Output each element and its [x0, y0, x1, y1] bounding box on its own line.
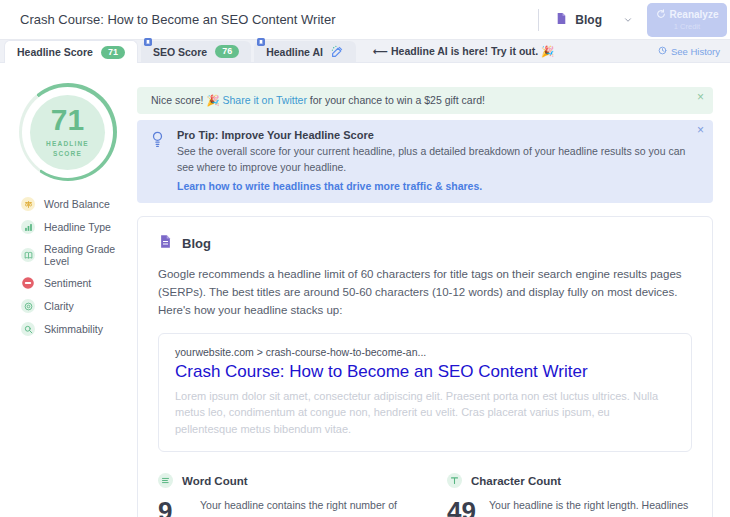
- serp-title: Crash Course: How to Become an SEO Conte…: [175, 362, 675, 382]
- character-count-value: 49: [447, 498, 489, 517]
- seo-score-badge: 76: [215, 45, 239, 58]
- sidebar-item-label: Headline Type: [44, 221, 111, 233]
- score-criteria-list: Word Balance Headline Type Reading Grade…: [0, 197, 135, 336]
- sidebar-item-label: Skimmability: [44, 323, 103, 335]
- book-icon: [21, 248, 35, 262]
- word-count-section: Word Count 9 Your headline contains the …: [158, 473, 403, 517]
- content-type-label: Blog: [575, 13, 602, 27]
- serp-intro-text: Google recommends a headline limit of 60…: [158, 265, 692, 320]
- score-tabs-bar: Headline Score 71 SEO Score 76 Headline …: [0, 40, 730, 63]
- nice-score-text: Nice score! 🎉: [151, 94, 222, 106]
- headline-score-badge: 71: [101, 46, 125, 59]
- clock-icon: [658, 46, 667, 57]
- pro-tip-body: See the overall score for your current h…: [177, 144, 687, 176]
- tab-headline-score-label: Headline Score: [17, 46, 93, 58]
- sidebar-item-sentiment[interactable]: Sentiment: [21, 276, 135, 290]
- results-card: Blog Google recommends a headline limit …: [137, 216, 713, 517]
- section-title: Blog: [182, 236, 211, 251]
- reanalyze-button[interactable]: Reanalyze 1 Credit: [647, 3, 727, 37]
- balance-icon: [21, 197, 35, 211]
- reanalyze-credit-label: 1 Credit: [674, 22, 700, 31]
- main-column: Nice score! 🎉 Share it on Twitter for yo…: [135, 63, 730, 517]
- headline-input[interactable]: [20, 12, 534, 27]
- serp-description: Lorem ipsum dolor sit amet, consectetur …: [175, 388, 675, 438]
- close-icon[interactable]: ×: [697, 91, 704, 103]
- headline-score-label: HEADLINE SCORE: [39, 139, 97, 159]
- see-history-link[interactable]: See History: [658, 46, 720, 57]
- character-count-text: Your headline is the right length. Headl…: [489, 498, 692, 517]
- tab-seo-score-label: SEO Score: [153, 46, 207, 58]
- word-count-header: Word Count: [158, 473, 403, 488]
- nice-score-banner: Nice score! 🎉 Share it on Twitter for yo…: [137, 87, 713, 114]
- character-count-title: Character Count: [471, 475, 561, 487]
- headline-ai-callout: ⟵ Headline AI is here! Try it out. 🎉: [373, 45, 554, 58]
- magnifier-icon: [21, 322, 35, 336]
- sidebar-item-label: Clarity: [44, 300, 74, 312]
- letter-t-icon: [447, 473, 462, 488]
- count-sections: Word Count 9 Your headline contains the …: [158, 473, 692, 517]
- pro-tip-learn-link[interactable]: Learn how to write headlines that drive …: [177, 180, 482, 192]
- sidebar-item-label: Word Balance: [44, 198, 110, 210]
- new-feature-bookmark-icon: [257, 38, 265, 46]
- sidebar-item-skimmability[interactable]: Skimmability: [21, 322, 135, 336]
- lightbulb-icon: [151, 131, 164, 152]
- score-sidebar: 71 HEADLINE SCORE Word Balance Headline …: [0, 63, 135, 517]
- neutral-face-icon: [21, 276, 35, 290]
- pro-tip-banner: Pro Tip: Improve Your Headline Score See…: [137, 120, 713, 203]
- sidebar-item-label: Reading Grade Level: [44, 243, 135, 267]
- list-lines-icon: [158, 473, 173, 488]
- sidebar-item-headline-type[interactable]: Headline Type: [21, 220, 135, 234]
- nice-score-suffix: for your chance to win a $25 gift card!: [307, 94, 485, 106]
- tab-headline-ai-label: Headline AI: [266, 46, 323, 58]
- close-icon[interactable]: ×: [697, 124, 704, 136]
- share-twitter-link[interactable]: Share it on Twitter: [222, 94, 306, 106]
- blog-document-icon: [555, 12, 568, 28]
- character-count-header: Character Count: [447, 473, 692, 488]
- serp-url: yourwebsite.com > crash-course-how-to-be…: [175, 346, 675, 358]
- sidebar-item-reading-grade-level[interactable]: Reading Grade Level: [21, 243, 135, 267]
- headline-score-gauge: 71 HEADLINE SCORE: [19, 83, 117, 181]
- word-count-body: 9 Your headline contains the right numbe…: [158, 498, 403, 517]
- tab-headline-ai[interactable]: Headline AI: [254, 41, 356, 62]
- sidebar-item-word-balance[interactable]: Word Balance: [21, 197, 135, 211]
- word-count-value: 9: [158, 498, 200, 517]
- character-count-body: 49 Your headline is the right length. He…: [447, 498, 692, 517]
- target-ring-icon: [21, 299, 35, 313]
- sidebar-item-label: Sentiment: [44, 277, 91, 289]
- word-count-title: Word Count: [182, 475, 248, 487]
- see-history-label: See History: [671, 46, 720, 57]
- gauge-fill: 71 HEADLINE SCORE: [30, 95, 105, 170]
- tab-headline-score[interactable]: Headline Score 71: [4, 40, 138, 63]
- bar-chart-icon: [21, 220, 35, 234]
- sidebar-item-clarity[interactable]: Clarity: [21, 299, 135, 313]
- word-count-text: Your headline contains the right number …: [200, 498, 403, 517]
- chevron-down-icon: [623, 15, 633, 25]
- header-divider: [538, 9, 539, 31]
- pro-tip-title: Pro Tip: Improve Your Headline Score: [177, 129, 687, 141]
- new-feature-bookmark-icon: [144, 38, 152, 46]
- tab-seo-score[interactable]: SEO Score 76: [141, 41, 251, 62]
- serp-preview: yourwebsite.com > crash-course-how-to-be…: [158, 333, 692, 453]
- content-type-dropdown[interactable]: Blog: [543, 12, 647, 28]
- content-area: 71 HEADLINE SCORE Word Balance Headline …: [0, 63, 730, 517]
- refresh-icon: [656, 9, 666, 21]
- gauge-inner-ring: 71 HEADLINE SCORE: [22, 87, 113, 178]
- blog-section-header: Blog: [158, 234, 692, 253]
- blog-document-icon: [158, 234, 173, 253]
- character-count-section: Character Count 49 Your headline is the …: [447, 473, 692, 517]
- header-bar: Blog Reanalyze 1 Credit: [0, 0, 730, 40]
- magic-pencil-icon: [331, 45, 344, 58]
- reanalyze-label: Reanalyze: [670, 9, 719, 20]
- headline-score-value: 71: [51, 105, 84, 135]
